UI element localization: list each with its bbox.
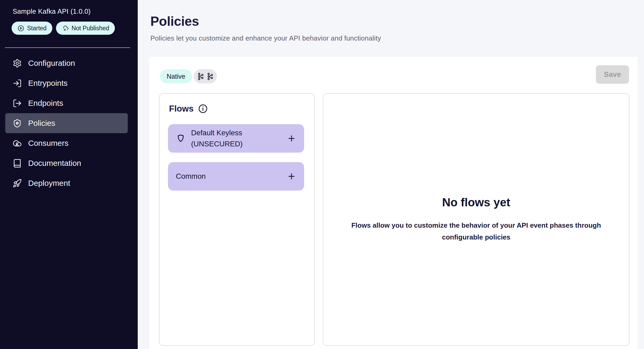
page-subtitle: Policies let you customize and enhance y…: [150, 34, 381, 42]
native-chip-label: Native: [167, 73, 185, 80]
sidebar-item-label: Endpoints: [28, 99, 63, 108]
page-title: Policies: [150, 14, 199, 29]
flow-detail-card: No flows yet Flows allow you to customiz…: [323, 93, 630, 346]
flow-item-default-keyless[interactable]: Default Keyless (UNSECURED): [168, 124, 304, 153]
kafka-logo-icon: [197, 72, 205, 81]
shield-star-icon: [13, 119, 22, 128]
sidebar-item-configuration[interactable]: Configuration: [0, 53, 138, 73]
flows-card: Flows Default Keyless (U: [159, 93, 315, 346]
status-badge-label: Not Published: [71, 25, 109, 32]
save-button[interactable]: Save: [596, 65, 629, 84]
api-status-badges: Started Not Published: [12, 22, 115, 35]
flows-header: Flows: [169, 104, 208, 114]
kafka-logo-icon: [206, 72, 214, 81]
sidebar-item-policies[interactable]: Policies: [5, 113, 128, 133]
sidebar: Sample Kafka API (1.0.0) Started Not Pub…: [0, 0, 138, 349]
sidebar-item-endpoints[interactable]: Endpoints: [0, 93, 138, 113]
flow-item-label: Common: [176, 171, 206, 182]
arrow-into-box-icon: [13, 79, 22, 88]
book-icon: [13, 159, 22, 168]
empty-state-description: Flows allow you to customize the behavio…: [347, 220, 605, 243]
play-circle-icon: [17, 25, 24, 32]
sidebar-item-label: Deployment: [28, 179, 70, 188]
sidebar-item-deployment[interactable]: Deployment: [0, 173, 138, 193]
flows-title: Flows: [169, 104, 194, 114]
info-icon[interactable]: [198, 104, 208, 114]
sidebar-item-label: Entrypoints: [28, 79, 68, 88]
plus-icon[interactable]: [287, 134, 296, 143]
rocket-icon: [13, 179, 22, 188]
api-title: Sample Kafka API (1.0.0): [13, 7, 91, 16]
flow-item-common[interactable]: Common: [168, 162, 304, 191]
cloud-x-icon: [62, 25, 69, 32]
status-badge-label: Started: [27, 25, 47, 32]
sidebar-nav: Configuration Entrypoints Endpoints: [0, 53, 138, 193]
main-content: Policies Policies let you customize and …: [138, 0, 644, 349]
plus-icon[interactable]: [287, 172, 296, 181]
sidebar-item-label: Consumers: [28, 139, 68, 148]
arrow-out-of-box-icon: [13, 99, 22, 108]
cloud-user-icon: [13, 139, 22, 148]
native-chip: Native: [160, 69, 192, 83]
status-badge-not-published: Not Published: [56, 22, 115, 35]
gear-icon: [13, 59, 22, 68]
status-badge-started: Started: [12, 22, 52, 35]
kafka-chip: [194, 69, 217, 83]
sidebar-divider: [5, 47, 130, 48]
policies-panel: Native Save Flows: [149, 57, 637, 349]
sidebar-item-documentation[interactable]: Documentation: [0, 153, 138, 173]
sidebar-item-label: Policies: [28, 119, 55, 128]
sidebar-item-entrypoints[interactable]: Entrypoints: [0, 73, 138, 93]
flow-item-label: Default Keyless (UNSECURED): [191, 127, 243, 149]
empty-state-title: No flows yet: [442, 196, 510, 209]
sidebar-item-label: Documentation: [28, 159, 81, 168]
shield-icon: [176, 134, 186, 143]
sidebar-item-label: Configuration: [28, 59, 75, 68]
sidebar-item-consumers[interactable]: Consumers: [0, 133, 138, 153]
